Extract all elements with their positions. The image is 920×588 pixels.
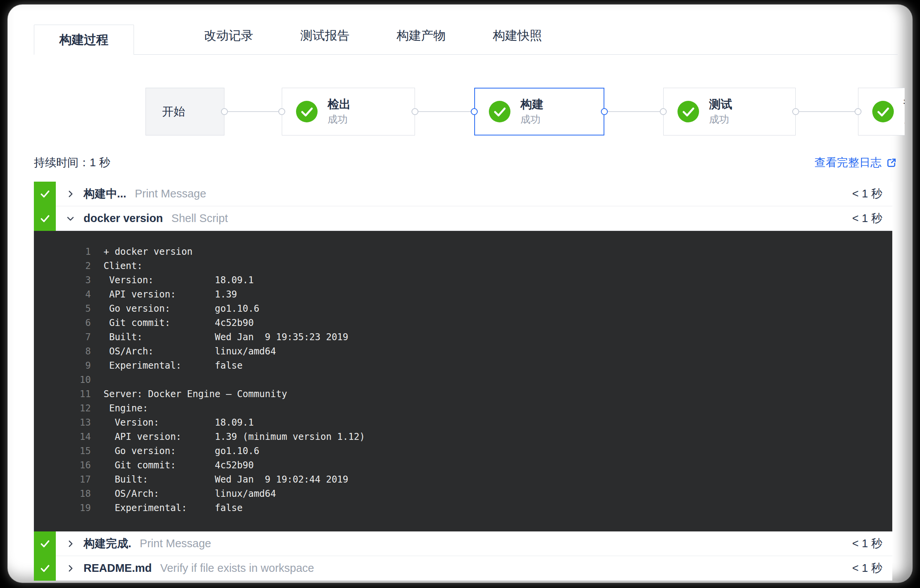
step-row-docker-version[interactable]: docker version Shell Script < 1 秒 xyxy=(34,206,892,231)
line-text: Client: xyxy=(104,259,142,273)
success-check-icon xyxy=(872,101,894,122)
stage-deploy[interactable]: 部署 成功 xyxy=(858,88,905,135)
line-text: Built: Wed Jan 9 19:35:23 2019 xyxy=(104,330,348,344)
tab-build-artifacts[interactable]: 构建产物 xyxy=(396,27,446,54)
connector-dot xyxy=(792,108,799,115)
stage-title: 检出 xyxy=(328,97,351,111)
pipeline-connector xyxy=(224,111,282,112)
step-row-building[interactable]: 构建中... Print Message < 1 秒 xyxy=(34,182,892,206)
stage-status: 成功 xyxy=(328,113,351,126)
connector-dot xyxy=(660,108,667,115)
step-success-bar xyxy=(34,531,56,556)
external-link-icon xyxy=(886,157,897,168)
step-item: README.md Verify if file exists in works… xyxy=(34,556,892,581)
line-text: Experimental: false xyxy=(104,359,243,373)
line-text: Version: 18.09.1 xyxy=(104,416,254,430)
line-number: 15 xyxy=(34,444,91,458)
success-check-icon xyxy=(489,101,510,122)
step-title: docker version xyxy=(84,212,163,225)
success-check-icon xyxy=(296,101,318,122)
app-window: 构建过程 改动记录 测试报告 构建产物 构建快照 开始 检出 成 xyxy=(8,5,912,583)
step-row-build-done[interactable]: 构建完成. Print Message < 1 秒 xyxy=(34,531,892,556)
check-icon xyxy=(40,213,50,224)
step-type-label: Shell Script xyxy=(171,212,228,225)
stage-status: 成功 xyxy=(520,113,544,126)
check-icon xyxy=(40,189,50,199)
line-number: 12 xyxy=(34,401,91,416)
step-type-label: Verify if file exists in workspace xyxy=(160,562,314,575)
pipeline-connector xyxy=(796,111,858,112)
step-row-readme-check[interactable]: README.md Verify if file exists in works… xyxy=(34,556,892,581)
step-duration: < 1 秒 xyxy=(852,536,892,551)
check-icon xyxy=(40,563,50,574)
step-title: 构建中... xyxy=(84,186,126,202)
stage-start[interactable]: 开始 xyxy=(146,88,224,135)
line-number: 13 xyxy=(34,416,91,430)
duration-label: 持续时间：1 秒 xyxy=(34,155,110,170)
line-number: 14 xyxy=(34,430,91,444)
step-duration: < 1 秒 xyxy=(852,186,892,202)
line-number: 19 xyxy=(34,501,91,515)
full-log-link[interactable]: 查看完整日志 xyxy=(815,155,897,170)
success-check-icon xyxy=(677,101,699,122)
chevron-down-icon xyxy=(67,215,74,222)
chevron-right-icon xyxy=(67,540,74,548)
connector-dot xyxy=(855,108,861,115)
tab-build-snapshot[interactable]: 构建快照 xyxy=(493,27,542,54)
step-duration: < 1 秒 xyxy=(852,561,892,576)
chevron-right-icon xyxy=(67,190,74,198)
line-number: 8 xyxy=(34,344,91,359)
log-output: 1+ docker version 2Client: 3 Version: 18… xyxy=(34,231,892,531)
pipeline-connector xyxy=(604,111,663,112)
step-type-label: Print Message xyxy=(140,537,211,550)
connector-dot xyxy=(221,108,228,115)
step-duration: < 1 秒 xyxy=(852,211,892,226)
line-text: Version: 18.09.1 xyxy=(104,273,254,287)
pipeline-graph: 开始 检出 成功 构建 成功 xyxy=(34,88,905,135)
tab-change-log[interactable]: 改动记录 xyxy=(204,27,253,54)
line-number: 9 xyxy=(34,359,91,373)
step-success-bar xyxy=(34,556,56,581)
line-number: 18 xyxy=(34,487,91,501)
line-number: 16 xyxy=(34,458,91,473)
line-text: OS/Arch: linux/amd64 xyxy=(104,487,276,501)
step-title: 构建完成. xyxy=(84,536,131,551)
stage-test[interactable]: 测试 成功 xyxy=(663,88,796,135)
stage-status: 成功 xyxy=(904,113,905,126)
tab-test-report[interactable]: 测试报告 xyxy=(300,27,350,54)
line-text: Git commit: 4c52b90 xyxy=(104,458,254,473)
step-success-bar xyxy=(34,206,56,231)
stage-build[interactable]: 构建 成功 xyxy=(474,88,604,135)
line-text: API version: 1.39 (minimum version 1.12) xyxy=(104,430,365,444)
line-text: Engine: xyxy=(104,401,148,416)
connector-dot xyxy=(411,108,418,115)
line-text: Built: Wed Jan 9 19:02:44 2019 xyxy=(104,473,348,487)
step-item: docker version Shell Script < 1 秒 1+ doc… xyxy=(34,206,892,531)
step-item: 构建中... Print Message < 1 秒 xyxy=(34,182,892,206)
step-title: README.md xyxy=(84,562,152,575)
tab-build-process[interactable]: 构建过程 xyxy=(34,25,134,55)
line-number: 2 xyxy=(34,259,91,273)
line-text: API version: 1.39 xyxy=(104,287,237,302)
stage-title: 开始 xyxy=(162,105,185,119)
line-text: Experimental: false xyxy=(104,501,243,515)
line-number: 7 xyxy=(34,330,91,344)
line-number: 6 xyxy=(34,316,91,330)
stage-checkout[interactable]: 检出 成功 xyxy=(282,88,415,135)
line-number: 17 xyxy=(34,473,91,487)
stage-title: 部署 xyxy=(904,97,905,111)
connector-dot xyxy=(471,108,478,115)
pipeline-connector xyxy=(415,111,474,112)
step-type-label: Print Message xyxy=(135,187,206,200)
line-text: + docker version xyxy=(104,245,192,259)
line-number: 10 xyxy=(34,373,91,387)
line-number: 4 xyxy=(34,287,91,302)
line-text: Go version: go1.10.6 xyxy=(104,444,259,458)
line-number: 11 xyxy=(34,387,91,401)
step-list: 构建中... Print Message < 1 秒 xyxy=(34,182,892,581)
line-text: Server: Docker Engine – Community xyxy=(104,387,287,401)
line-text: OS/Arch: linux/amd64 xyxy=(104,344,276,359)
connector-dot xyxy=(278,108,285,115)
summary-row: 持续时间：1 秒 查看完整日志 xyxy=(34,155,898,171)
line-text: Git commit: 4c52b90 xyxy=(104,316,254,330)
